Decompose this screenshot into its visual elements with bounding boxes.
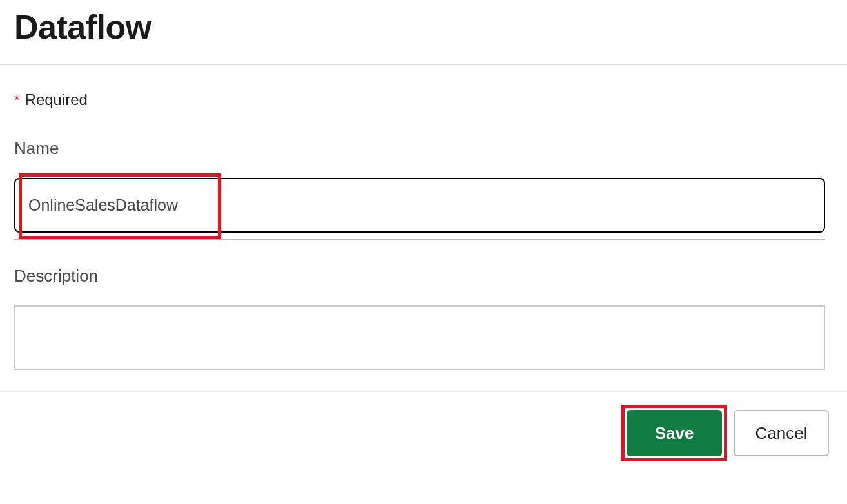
name-underline bbox=[14, 239, 825, 240]
save-button-container: Save bbox=[627, 410, 722, 456]
description-input[interactable] bbox=[14, 305, 825, 370]
required-label: Required bbox=[25, 91, 88, 109]
name-label: Name bbox=[14, 139, 833, 159]
form-content: * Required Name Description bbox=[0, 65, 847, 373]
name-input-container bbox=[14, 178, 833, 233]
cancel-button[interactable]: Cancel bbox=[734, 410, 829, 456]
page-title: Dataflow bbox=[0, 0, 847, 64]
required-asterisk-icon: * bbox=[14, 92, 20, 108]
save-button[interactable]: Save bbox=[627, 410, 722, 456]
footer-actions: Save Cancel bbox=[0, 392, 847, 456]
name-input[interactable] bbox=[14, 178, 825, 233]
required-indicator: * Required bbox=[14, 91, 833, 109]
description-label: Description bbox=[14, 266, 833, 286]
